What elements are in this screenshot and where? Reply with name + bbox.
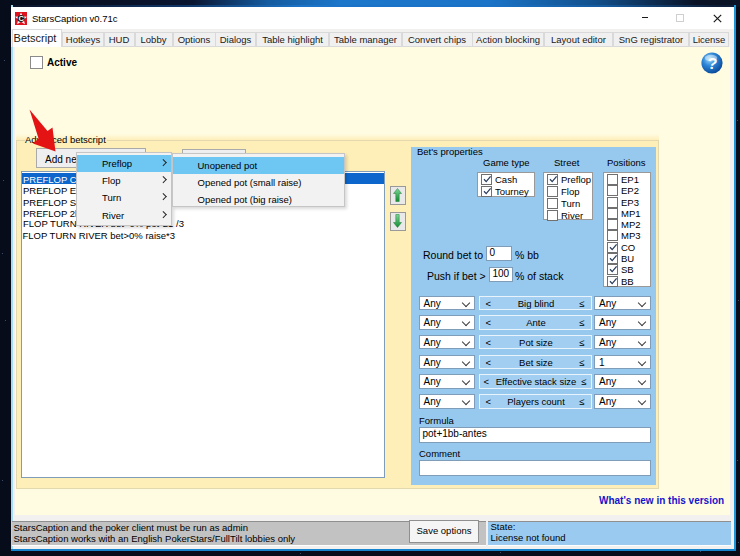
svg-text:C: C: [18, 14, 24, 23]
svg-text:?: ?: [707, 55, 719, 73]
